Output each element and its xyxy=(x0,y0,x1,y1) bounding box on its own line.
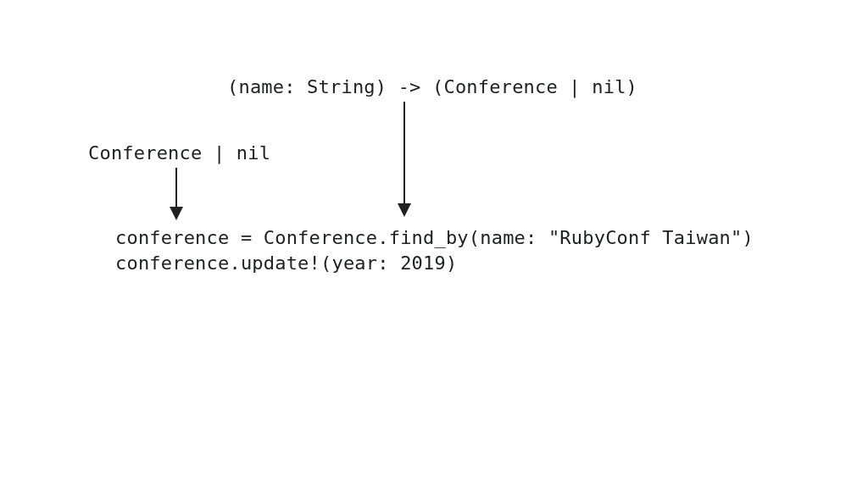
method-signature: (name: String) -> (Conference | nil) xyxy=(227,76,637,97)
arrow-down-icon xyxy=(396,102,413,220)
arrow-down-icon xyxy=(168,168,185,227)
slide: (name: String) -> (Conference | nil) Con… xyxy=(0,0,868,488)
code-line-1: conference = Conference.find_by(name: "R… xyxy=(115,227,754,248)
code-line-2: conference.update!(year: 2019) xyxy=(115,252,457,274)
inferred-type-annotation: Conference | nil xyxy=(88,142,270,164)
